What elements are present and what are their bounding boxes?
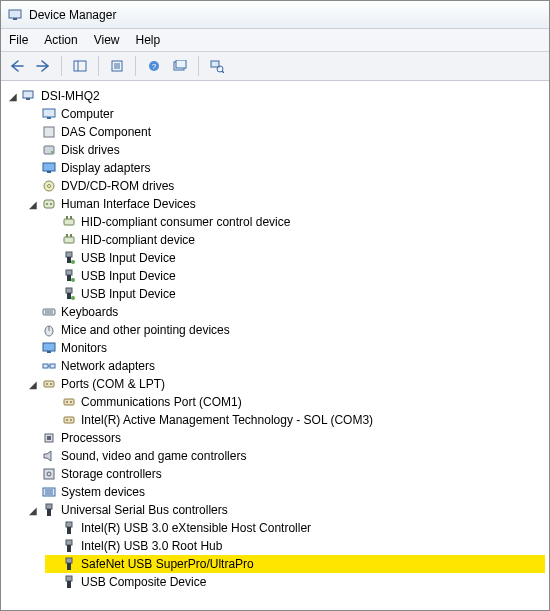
svg-rect-11 [176,60,186,68]
device-node-storage-controllers[interactable]: Storage controllers [25,465,545,483]
svg-point-28 [50,203,52,205]
device-node-intel-r-active-management-technology-sol[interactable]: Intel(R) Active Management Technology - … [45,411,545,429]
svg-point-58 [66,401,68,403]
node-label: Intel(R) USB 3.0 eXtensible Host Control… [81,521,311,535]
svg-point-27 [46,203,48,205]
node-label: USB Composite Device [81,575,206,589]
device-node-safenet-usb-superpro-ultrapro[interactable]: SafeNet USB SuperPro/UltraPro [45,555,545,573]
device-node-network-adapters[interactable]: Network adapters [25,357,545,375]
device-node-monitors[interactable]: Monitors [25,339,545,357]
device-node-human-interface-devices[interactable]: ◢Human Interface Devices [25,195,545,213]
menu-action[interactable]: Action [44,33,77,47]
device-node-system-devices[interactable]: System devices [25,483,545,501]
svg-rect-1 [13,18,17,20]
device-node-processors[interactable]: Processors [25,429,545,447]
device-node-display-adapters[interactable]: Display adapters [25,159,545,177]
device-tree-pane[interactable]: ◢DSI-MHQ2ComputerDAS ComponentDisk drive… [1,81,549,610]
svg-rect-35 [66,252,72,257]
svg-point-56 [50,383,52,385]
forward-button[interactable] [31,55,55,77]
svg-rect-29 [64,219,74,225]
device-node-ports-com-lpt[interactable]: ◢Ports (COM & LPT) [25,375,545,393]
node-label: Keyboards [61,305,118,319]
svg-rect-71 [46,504,52,509]
hid-leaf-icon [61,232,77,248]
expander-icon[interactable]: ◢ [27,504,39,516]
device-node-das-component[interactable]: DAS Component [25,123,545,141]
device-node-usb-input-device[interactable]: USB Input Device [45,267,545,285]
scan-hardware-button[interactable] [205,55,229,77]
node-label: USB Input Device [81,287,176,301]
expander-icon[interactable]: ◢ [7,90,19,102]
device-node-dvd-cd-rom-drives[interactable]: DVD/CD-ROM drives [25,177,545,195]
node-label: DAS Component [61,125,151,139]
svg-rect-76 [67,545,71,552]
svg-point-61 [66,419,68,421]
svg-rect-65 [44,469,54,479]
node-label: Ports (COM & LPT) [61,377,165,391]
port-leaf-icon [61,412,77,428]
svg-rect-32 [64,237,74,243]
svg-rect-17 [43,109,55,117]
root-node-dsi-mhq2[interactable]: ◢DSI-MHQ2 [5,87,545,105]
toolbar-separator [61,56,62,76]
device-node-intel-r-usb-3-0-root-hub[interactable]: Intel(R) USB 3.0 Root Hub [45,537,545,555]
back-button[interactable] [5,55,29,77]
expander-icon[interactable]: ◢ [27,378,39,390]
node-label: Storage controllers [61,467,162,481]
app-icon [7,7,23,23]
node-label: Intel(R) USB 3.0 Root Hub [81,539,222,553]
svg-rect-50 [47,351,51,353]
usb-leaf-icon [61,250,77,266]
help-button[interactable]: ? [142,55,166,77]
device-node-communications-port-com1[interactable]: Communications Port (COM1) [45,393,545,411]
expander-icon[interactable]: ◢ [27,198,39,210]
node-label: Processors [61,431,121,445]
svg-rect-74 [67,527,71,534]
device-node-usb-input-device[interactable]: USB Input Device [45,285,545,303]
svg-rect-34 [70,234,72,237]
device-node-usb-input-device[interactable]: USB Input Device [45,249,545,267]
device-node-universal-serial-bus-controllers[interactable]: ◢Universal Serial Bus controllers [25,501,545,519]
show-hide-console-tree-button[interactable] [68,55,92,77]
device-node-hid-compliant-device[interactable]: HID-compliant device [45,231,545,249]
window-title: Device Manager [29,8,116,22]
titlebar: Device Manager [1,1,549,29]
disk-icon [41,142,57,158]
keyboard-icon [41,304,57,320]
svg-rect-23 [47,171,51,173]
menu-file[interactable]: File [9,33,28,47]
svg-rect-64 [47,436,51,440]
device-node-mice-and-other-pointing-devices[interactable]: Mice and other pointing devices [25,321,545,339]
svg-rect-44 [43,309,55,315]
device-node-intel-r-usb-3-0-extensible-host-controll[interactable]: Intel(R) USB 3.0 eXtensible Host Control… [45,519,545,537]
usb-icon [41,502,57,518]
device-node-disk-drives[interactable]: Disk drives [25,141,545,159]
device-node-usb-composite-device[interactable]: USB Composite Device [45,573,545,591]
cd-icon [41,178,57,194]
svg-point-55 [46,383,48,385]
svg-rect-15 [23,91,33,98]
usb-plug-icon [61,556,77,572]
device-node-hid-compliant-consumer-control-device[interactable]: HID-compliant consumer control device [45,213,545,231]
menu-help[interactable]: Help [136,33,161,47]
action-button[interactable] [168,55,192,77]
device-node-computer[interactable]: Computer [25,105,545,123]
properties-button[interactable] [105,55,129,77]
device-node-keyboards[interactable]: Keyboards [25,303,545,321]
svg-rect-79 [66,576,72,581]
device-node-sound-video-and-game-controllers[interactable]: Sound, video and game controllers [25,447,545,465]
svg-text:?: ? [152,62,157,71]
toolbar-separator [98,56,99,76]
svg-rect-33 [66,234,68,237]
svg-rect-26 [44,200,54,208]
computer-icon [41,106,57,122]
svg-point-25 [48,185,51,188]
sound-icon [41,448,57,464]
svg-rect-51 [43,364,48,368]
menu-view[interactable]: View [94,33,120,47]
svg-rect-54 [44,381,54,387]
svg-rect-77 [66,558,72,563]
node-label: Monitors [61,341,107,355]
svg-rect-80 [67,581,71,588]
